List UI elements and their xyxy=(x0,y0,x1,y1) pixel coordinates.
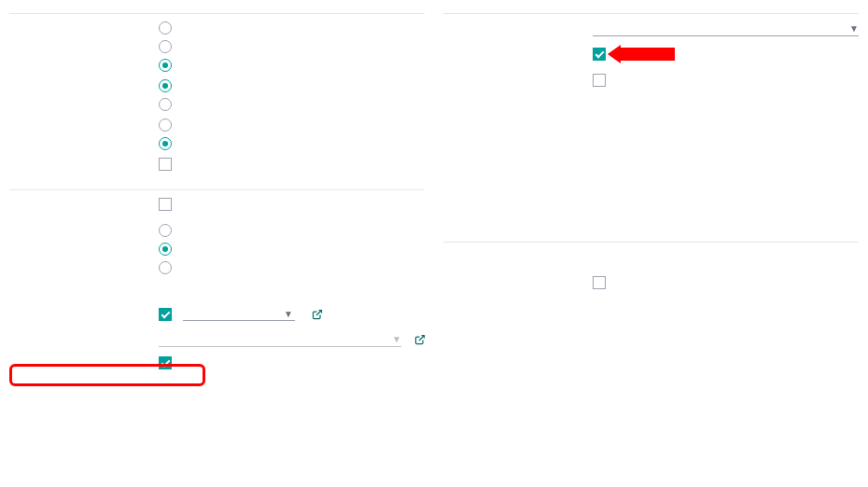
access-mode-label xyxy=(443,21,593,23)
svg-line-1 xyxy=(419,335,425,341)
certification-template-select[interactable]: ▼ xyxy=(183,309,295,321)
radio-icon xyxy=(159,118,172,132)
back-button-checkbox[interactable] xyxy=(159,158,172,171)
required-score-label xyxy=(9,282,159,284)
external-link-icon xyxy=(312,309,323,320)
give-badge-label xyxy=(9,356,159,358)
scoring-option-without-answers[interactable] xyxy=(159,261,425,274)
questions-section-title xyxy=(9,11,425,14)
chevron-down-icon: ▼ xyxy=(392,334,401,344)
pagination-option-question[interactable] xyxy=(159,59,425,72)
radio-icon xyxy=(159,98,172,111)
radio-icon xyxy=(159,59,172,72)
open-external-button[interactable] xyxy=(414,333,426,347)
display-progress-option-percentage[interactable] xyxy=(159,79,425,92)
chevron-down-icon: ▼ xyxy=(849,23,859,34)
display-progress-label xyxy=(9,79,159,81)
radio-icon xyxy=(159,243,172,256)
certified-email-label xyxy=(9,332,159,334)
session-code-label xyxy=(443,250,593,252)
question-selection-label xyxy=(9,118,159,120)
radio-icon xyxy=(159,137,172,150)
is-certification-checkbox[interactable] xyxy=(159,308,172,321)
annotation-arrow-icon xyxy=(619,48,675,61)
radio-icon xyxy=(159,21,172,35)
live-session-section-title xyxy=(443,240,859,243)
pagination-option-section[interactable] xyxy=(159,40,425,53)
pagination-label xyxy=(9,21,159,23)
question-selection-option-randomized[interactable] xyxy=(159,137,425,150)
reward-checkbox[interactable] xyxy=(593,276,606,289)
radio-icon xyxy=(159,40,172,53)
pagination-option-all[interactable] xyxy=(159,21,425,35)
question-selection-option-all[interactable] xyxy=(159,118,425,132)
svg-line-0 xyxy=(316,311,322,316)
radio-icon xyxy=(159,224,172,237)
require-login-label xyxy=(443,48,593,49)
certified-email-select[interactable]: ▼ xyxy=(159,332,401,347)
require-login-checkbox[interactable] xyxy=(593,48,606,61)
radio-icon xyxy=(159,261,172,274)
reward-label xyxy=(443,276,593,278)
is-certification-label xyxy=(9,308,159,310)
back-button-label xyxy=(9,158,159,160)
participants-section-title xyxy=(443,11,859,14)
limit-attempts-checkbox[interactable] xyxy=(593,74,606,87)
annotation-box-required-score xyxy=(9,364,205,386)
access-mode-select[interactable]: ▼ xyxy=(593,21,859,36)
time-limit-label xyxy=(9,198,159,200)
chevron-down-icon: ▼ xyxy=(284,309,293,319)
display-progress-option-number[interactable] xyxy=(159,98,425,111)
external-link-icon xyxy=(414,334,426,345)
preview-link[interactable] xyxy=(312,309,327,320)
scoring-option-none[interactable] xyxy=(159,224,425,237)
time-limit-checkbox[interactable] xyxy=(159,198,172,211)
scoring-label xyxy=(9,224,159,226)
scoring-option-with-answers[interactable] xyxy=(159,243,425,256)
time-scoring-section-title xyxy=(9,188,425,190)
limit-attempts-label xyxy=(443,74,593,76)
radio-icon xyxy=(159,79,172,92)
